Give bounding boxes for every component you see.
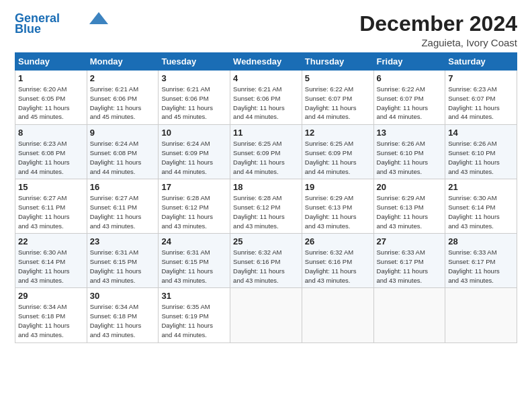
day-number: 17 (161, 182, 227, 192)
day-cell: 12Sunrise: 6:25 AM Sunset: 6:09 PM Dayli… (302, 125, 373, 179)
logo-blue: Blue (15, 23, 41, 36)
day-number: 31 (161, 291, 227, 301)
day-cell: 9Sunrise: 6:24 AM Sunset: 6:08 PM Daylig… (87, 125, 159, 179)
day-number: 19 (305, 182, 371, 192)
day-number: 5 (305, 73, 371, 83)
day-detail: Sunrise: 6:21 AM Sunset: 6:06 PM Dayligh… (161, 85, 227, 122)
day-cell: 20Sunrise: 6:29 AM Sunset: 6:13 PM Dayli… (373, 179, 445, 234)
day-number: 14 (448, 128, 514, 138)
day-cell: 27Sunrise: 6:33 AM Sunset: 6:17 PM Dayli… (373, 234, 445, 288)
day-cell: 16Sunrise: 6:27 AM Sunset: 6:11 PM Dayli… (87, 179, 159, 234)
day-cell: 18Sunrise: 6:28 AM Sunset: 6:12 PM Dayli… (230, 179, 302, 234)
day-number: 16 (90, 182, 156, 192)
day-detail: Sunrise: 6:25 AM Sunset: 6:09 PM Dayligh… (305, 139, 371, 176)
day-cell: 21Sunrise: 6:30 AM Sunset: 6:14 PM Dayli… (445, 179, 517, 234)
week-row-1: 1Sunrise: 6:20 AM Sunset: 6:05 PM Daylig… (15, 71, 517, 125)
day-detail: Sunrise: 6:31 AM Sunset: 6:15 PM Dayligh… (161, 248, 227, 285)
day-cell (230, 288, 302, 342)
day-number: 23 (90, 236, 156, 246)
day-cell (302, 288, 373, 342)
day-number: 28 (448, 236, 514, 246)
day-detail: Sunrise: 6:29 AM Sunset: 6:13 PM Dayligh… (305, 193, 371, 230)
day-detail: Sunrise: 6:27 AM Sunset: 6:11 PM Dayligh… (18, 193, 84, 230)
day-detail: Sunrise: 6:31 AM Sunset: 6:15 PM Dayligh… (90, 248, 156, 285)
day-cell: 2Sunrise: 6:21 AM Sunset: 6:06 PM Daylig… (87, 71, 159, 125)
day-detail: Sunrise: 6:35 AM Sunset: 6:19 PM Dayligh… (161, 302, 227, 339)
day-cell: 26Sunrise: 6:32 AM Sunset: 6:16 PM Dayli… (302, 234, 373, 288)
col-header-sunday: Sunday (15, 53, 87, 71)
week-row-2: 8Sunrise: 6:23 AM Sunset: 6:08 PM Daylig… (15, 125, 517, 179)
col-header-tuesday: Tuesday (159, 53, 230, 71)
day-detail: Sunrise: 6:27 AM Sunset: 6:11 PM Dayligh… (90, 193, 156, 230)
day-number: 6 (377, 73, 443, 83)
day-number: 15 (18, 182, 84, 192)
day-detail: Sunrise: 6:26 AM Sunset: 6:10 PM Dayligh… (448, 139, 514, 176)
day-detail: Sunrise: 6:24 AM Sunset: 6:08 PM Dayligh… (90, 139, 156, 176)
day-number: 29 (18, 291, 84, 301)
day-number: 30 (90, 291, 156, 301)
day-cell: 6Sunrise: 6:22 AM Sunset: 6:07 PM Daylig… (373, 71, 445, 125)
day-number: 3 (161, 73, 227, 83)
day-detail: Sunrise: 6:23 AM Sunset: 6:07 PM Dayligh… (448, 85, 514, 122)
location-subtitle: Zaguieta, Ivory Coast (359, 37, 517, 48)
col-header-thursday: Thursday (302, 53, 373, 71)
day-detail: Sunrise: 6:34 AM Sunset: 6:18 PM Dayligh… (90, 302, 156, 339)
day-number: 9 (90, 128, 156, 138)
day-cell: 31Sunrise: 6:35 AM Sunset: 6:19 PM Dayli… (159, 288, 230, 342)
day-detail: Sunrise: 6:22 AM Sunset: 6:07 PM Dayligh… (305, 85, 371, 122)
week-row-5: 29Sunrise: 6:34 AM Sunset: 6:18 PM Dayli… (15, 288, 517, 342)
day-number: 13 (377, 128, 443, 138)
day-cell: 3Sunrise: 6:21 AM Sunset: 6:06 PM Daylig… (159, 71, 230, 125)
day-cell: 23Sunrise: 6:31 AM Sunset: 6:15 PM Dayli… (87, 234, 159, 288)
day-cell: 22Sunrise: 6:30 AM Sunset: 6:14 PM Dayli… (15, 234, 87, 288)
day-number: 2 (90, 73, 156, 83)
day-cell: 8Sunrise: 6:23 AM Sunset: 6:08 PM Daylig… (15, 125, 87, 179)
day-cell (373, 288, 445, 342)
day-detail: Sunrise: 6:33 AM Sunset: 6:17 PM Dayligh… (377, 248, 443, 285)
day-detail: Sunrise: 6:34 AM Sunset: 6:18 PM Dayligh… (18, 302, 84, 339)
page: General Blue December 2024 Zaguieta, Ivo… (0, 0, 532, 411)
day-detail: Sunrise: 6:29 AM Sunset: 6:13 PM Dayligh… (377, 193, 443, 230)
day-number: 20 (377, 182, 443, 192)
day-detail: Sunrise: 6:25 AM Sunset: 6:09 PM Dayligh… (233, 139, 299, 176)
day-cell: 14Sunrise: 6:26 AM Sunset: 6:10 PM Dayli… (445, 125, 517, 179)
day-cell: 24Sunrise: 6:31 AM Sunset: 6:15 PM Dayli… (159, 234, 230, 288)
day-cell: 28Sunrise: 6:33 AM Sunset: 6:17 PM Dayli… (445, 234, 517, 288)
day-cell: 30Sunrise: 6:34 AM Sunset: 6:18 PM Dayli… (87, 288, 159, 342)
day-detail: Sunrise: 6:32 AM Sunset: 6:16 PM Dayligh… (305, 248, 371, 285)
logo: General Blue (15, 12, 108, 36)
day-cell: 29Sunrise: 6:34 AM Sunset: 6:18 PM Dayli… (15, 288, 87, 342)
day-number: 27 (377, 236, 443, 246)
calendar-body: 1Sunrise: 6:20 AM Sunset: 6:05 PM Daylig… (15, 71, 517, 342)
day-cell: 10Sunrise: 6:24 AM Sunset: 6:09 PM Dayli… (159, 125, 230, 179)
day-number: 11 (233, 128, 299, 138)
month-title: December 2024 (359, 12, 517, 36)
day-detail: Sunrise: 6:22 AM Sunset: 6:07 PM Dayligh… (377, 85, 443, 122)
day-detail: Sunrise: 6:30 AM Sunset: 6:14 PM Dayligh… (18, 248, 84, 285)
day-detail: Sunrise: 6:30 AM Sunset: 6:14 PM Dayligh… (448, 193, 514, 230)
day-cell: 11Sunrise: 6:25 AM Sunset: 6:09 PM Dayli… (230, 125, 302, 179)
day-number: 10 (161, 128, 227, 138)
col-header-monday: Monday (87, 53, 159, 71)
day-detail: Sunrise: 6:28 AM Sunset: 6:12 PM Dayligh… (161, 193, 227, 230)
day-detail: Sunrise: 6:21 AM Sunset: 6:06 PM Dayligh… (233, 85, 299, 122)
day-detail: Sunrise: 6:26 AM Sunset: 6:10 PM Dayligh… (377, 139, 443, 176)
week-row-3: 15Sunrise: 6:27 AM Sunset: 6:11 PM Dayli… (15, 179, 517, 234)
day-detail: Sunrise: 6:20 AM Sunset: 6:05 PM Dayligh… (18, 85, 84, 122)
day-cell: 5Sunrise: 6:22 AM Sunset: 6:07 PM Daylig… (302, 71, 373, 125)
day-cell: 19Sunrise: 6:29 AM Sunset: 6:13 PM Dayli… (302, 179, 373, 234)
day-cell: 1Sunrise: 6:20 AM Sunset: 6:05 PM Daylig… (15, 71, 87, 125)
col-header-saturday: Saturday (445, 53, 517, 71)
day-number: 4 (233, 73, 299, 83)
day-detail: Sunrise: 6:32 AM Sunset: 6:16 PM Dayligh… (233, 248, 299, 285)
col-header-friday: Friday (373, 53, 445, 71)
day-detail: Sunrise: 6:23 AM Sunset: 6:08 PM Dayligh… (18, 139, 84, 176)
day-number: 18 (233, 182, 299, 192)
header-row-days: SundayMondayTuesdayWednesdayThursdayFrid… (15, 53, 517, 71)
day-number: 24 (161, 236, 227, 246)
header-row: General Blue December 2024 Zaguieta, Ivo… (15, 12, 517, 48)
day-number: 1 (18, 73, 84, 83)
day-cell (445, 288, 517, 342)
svg-marker-0 (89, 12, 108, 24)
day-number: 12 (305, 128, 371, 138)
